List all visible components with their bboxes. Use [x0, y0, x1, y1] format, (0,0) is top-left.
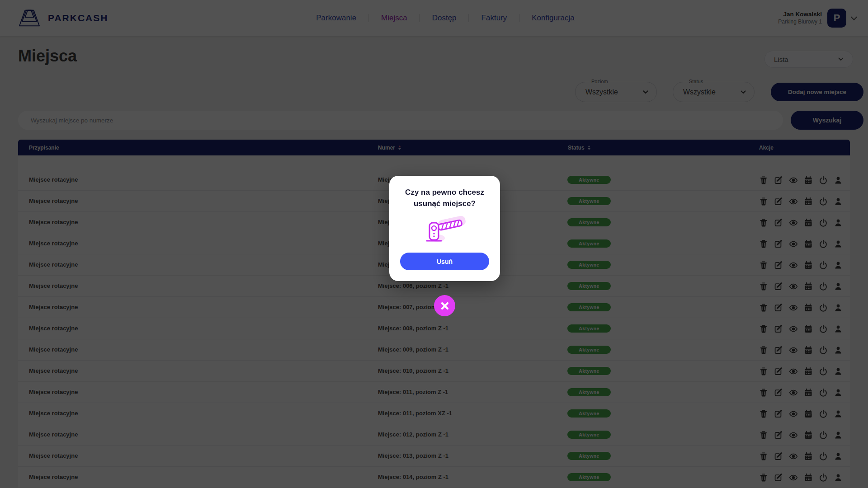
- close-icon: [441, 302, 448, 310]
- modal-close-button[interactable]: [434, 295, 455, 316]
- modal-title: Czy na pewno chcesz usunąć miejsce?: [389, 187, 500, 209]
- parking-barrier-icon: [389, 215, 500, 245]
- confirm-delete-button[interactable]: Usuń: [400, 253, 489, 270]
- delete-confirmation-modal: Czy na pewno chcesz usunąć miejsce? Usuń: [389, 176, 500, 281]
